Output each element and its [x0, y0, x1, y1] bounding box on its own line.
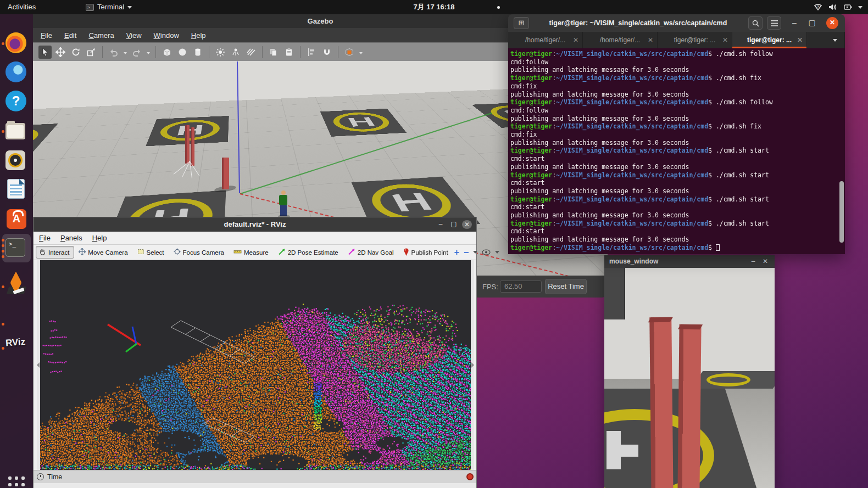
rviz-titlebar[interactable]: default.rviz* - RViz — [34, 217, 476, 232]
search-button[interactable] — [748, 16, 763, 30]
tool-label: Focus Camera — [183, 249, 224, 256]
fps-field[interactable]: 62.50 — [500, 281, 542, 293]
gazebo-tool-directional-light[interactable] — [244, 46, 258, 59]
caret-icon — [124, 52, 127, 54]
dock-item-thunderbird[interactable] — [5, 61, 27, 83]
app-menu-terminal[interactable]: > Terminal — [81, 0, 136, 14]
rviz-tool-focus-camera[interactable]: Focus Camera — [170, 246, 229, 259]
close-button[interactable]: ✕ — [462, 220, 472, 229]
time-panel-close-button[interactable] — [466, 473, 474, 480]
maximize-button[interactable]: ▢ — [449, 220, 459, 228]
terminal-tab-2[interactable]: /home/tiger/...✕ — [583, 32, 658, 48]
gazebo-menu-view[interactable]: View — [126, 31, 142, 40]
expand-left-panel-arrow[interactable] — [37, 362, 40, 368]
person-figure — [277, 190, 290, 218]
dock-item-running-app[interactable] — [5, 313, 27, 335]
help-icon: ? — [5, 91, 26, 111]
terminal-tab-3[interactable]: tiger@tiger: ...✕ — [658, 32, 732, 48]
dock-item-rhythmbox[interactable] — [5, 150, 27, 172]
gazebo-tool-undo[interactable] — [107, 46, 120, 59]
clock[interactable]: 7月 17 16:18 — [374, 0, 494, 14]
close-icon[interactable]: ✕ — [760, 255, 770, 267]
reset-time-button[interactable]: Reset Time — [545, 279, 587, 294]
dock-item-files[interactable] — [5, 120, 27, 142]
activities-button[interactable]: Activities — [3, 0, 40, 14]
gazebo-tool-redo[interactable] — [130, 46, 143, 59]
terminal-line: publishing and latching message for 3.0 … — [510, 187, 845, 195]
dock-item-app-grid[interactable] — [5, 474, 27, 488]
expand-right-panel-arrow[interactable] — [471, 362, 474, 368]
rviz-tool-2d-nav-goal[interactable]: 2D Nav Goal — [344, 246, 399, 259]
chevron-down-icon[interactable] — [473, 251, 477, 254]
gazebo-menu-edit[interactable]: Edit — [64, 31, 76, 40]
gazebo-tool-scale[interactable] — [85, 46, 98, 59]
terminal-scrollbar[interactable] — [839, 181, 844, 243]
dock-item-software[interactable] — [5, 209, 27, 231]
notification-dot — [497, 6, 500, 9]
rviz-tool-2d-pose-estimate[interactable]: 2D Pose Estimate — [275, 246, 343, 259]
dock-item-help[interactable]: ? — [5, 91, 27, 113]
gazebo-menu-help[interactable]: Help — [191, 31, 206, 40]
gazebo-tool-move[interactable] — [54, 46, 67, 59]
right-panel-collapsed[interactable] — [471, 260, 474, 470]
tool-label: Select — [147, 249, 164, 256]
mouse-window-3d-view[interactable] — [604, 268, 775, 488]
rviz-tool-select[interactable]: Select — [134, 246, 169, 259]
gazebo-tool-paste[interactable] — [282, 46, 296, 59]
rviz-tool-interact[interactable]: Interact — [36, 246, 74, 259]
rviz-tool-move-camera[interactable]: Move Camera — [75, 246, 132, 259]
gazebo-tool-magnet[interactable] — [320, 46, 333, 59]
dropdown-caret[interactable] — [358, 46, 364, 59]
eye-icon[interactable] — [482, 249, 491, 255]
dock-item-terminal[interactable]: >_ — [5, 237, 27, 259]
dropdown-caret[interactable] — [146, 46, 151, 59]
dock-item-rviz[interactable]: RViz — [5, 337, 27, 359]
minimize-button[interactable]: – — [748, 255, 758, 267]
chevron-down-icon[interactable] — [495, 251, 499, 254]
gazebo-menu-file[interactable]: File — [41, 31, 52, 40]
gazebo-tool-copy[interactable] — [267, 46, 280, 59]
gazebo-tool-rotate[interactable] — [69, 46, 82, 59]
rviz-3d-view[interactable] — [37, 260, 474, 470]
tab-list-dropdown[interactable] — [825, 32, 845, 48]
tab-close-icon[interactable]: ✕ — [573, 32, 578, 48]
maximize-button[interactable]: ▢ — [806, 18, 817, 27]
system-status-area[interactable]: ? — [809, 0, 867, 14]
gazebo-tool-box-select[interactable] — [343, 46, 356, 59]
new-tab-button[interactable]: ⊞ — [514, 17, 529, 29]
terminal-tab-1[interactable]: /home/tiger/...✕ — [508, 32, 583, 48]
dock-item-firefox[interactable] — [5, 32, 27, 54]
tab-close-icon[interactable]: ✕ — [648, 32, 653, 48]
remove-display-button[interactable]: − — [464, 248, 469, 257]
rviz-tool-publish-point[interactable]: Publish Point — [400, 246, 453, 259]
gazebo-tool-spot-light[interactable] — [229, 46, 242, 59]
rviz-menu-panels[interactable]: Panels — [60, 234, 82, 242]
rviz-menu-file[interactable]: File — [39, 234, 51, 242]
dock-item-writer[interactable] — [5, 179, 27, 201]
gazebo-menu-window[interactable]: Window — [154, 31, 179, 40]
gazebo-tool-cylinder[interactable] — [191, 46, 204, 59]
terminal-tab-4[interactable]: tiger@tiger: ...✕ — [732, 32, 807, 48]
terminal-line: tiger@tiger:~/VISIM_single/catkin_ws/src… — [510, 244, 845, 252]
minimize-button[interactable]: – — [436, 220, 446, 228]
minimize-button[interactable]: – — [789, 18, 800, 27]
menu-button[interactable] — [767, 16, 781, 30]
rviz-menu-help[interactable]: Help — [92, 234, 107, 242]
pointcloud-canvas[interactable] — [40, 260, 471, 470]
tab-close-icon[interactable]: ✕ — [797, 32, 803, 48]
gazebo-tool-cube[interactable] — [160, 46, 174, 59]
add-display-button[interactable]: + — [454, 248, 459, 257]
dropdown-caret[interactable] — [123, 46, 128, 59]
gazebo-menu-camera[interactable]: Camera — [88, 31, 114, 40]
gazebo-tool-cursor[interactable] — [38, 46, 52, 59]
dock-item-gazebo[interactable] — [5, 276, 27, 298]
close-button[interactable]: ✕ — [826, 17, 838, 29]
tab-close-icon[interactable]: ✕ — [722, 32, 728, 48]
terminal-output[interactable]: tiger@tiger:~/VISIM_single/catkin_ws/src… — [508, 48, 845, 254]
gazebo-tool-align[interactable] — [305, 46, 318, 59]
gazebo-tool-sun[interactable] — [214, 46, 227, 59]
gazebo-tool-sphere[interactable] — [176, 46, 189, 59]
terminal-titlebar[interactable]: ⊞ tiger@tiger: ~/VISIM_single/catkin_ws/… — [508, 14, 845, 32]
rviz-tool-measure[interactable]: Measure — [230, 246, 274, 259]
terminal-title: tiger@tiger: ~/VISIM_single/catkin_ws/sr… — [541, 14, 735, 32]
